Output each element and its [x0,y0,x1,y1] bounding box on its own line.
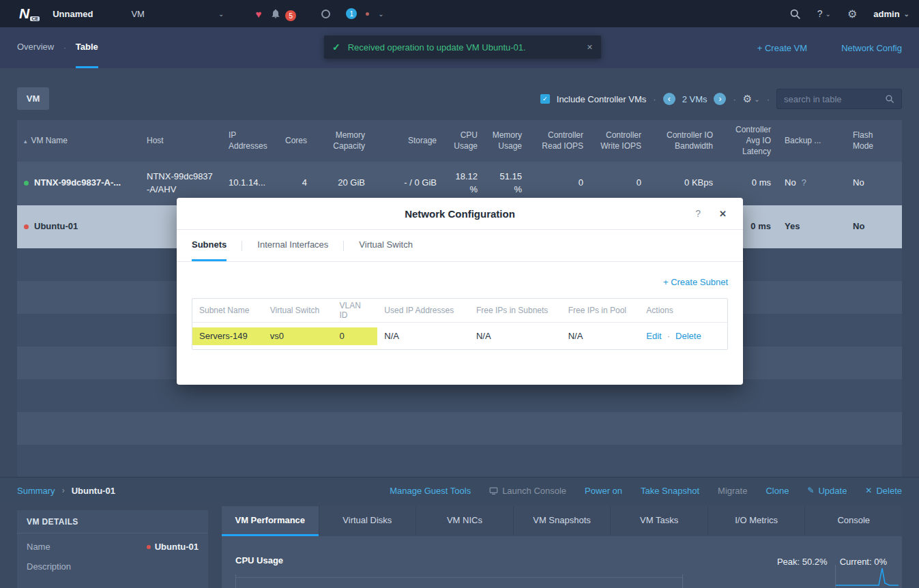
empty-table-row [17,412,902,445]
tab-virtual-disks[interactable]: Virtual Disks [319,506,416,536]
create-subnet-button[interactable]: + Create Subnet [663,277,728,287]
tab-table[interactable]: Table [76,27,98,68]
column-header-storage[interactable]: Storage [372,131,443,150]
clone-button[interactable]: Clone [765,486,789,496]
vm-name-cell[interactable]: NTNX-99dc9837-A-... [17,173,140,193]
search-icon[interactable] [789,8,801,20]
alert-count-badge[interactable]: 5 [285,10,296,21]
chevron-down-icon: ⌄ [754,95,759,103]
entity-menu-dropdown[interactable]: VM ⌄ [131,9,224,19]
column-header-cpu-usage[interactable]: CPU Usage [443,126,484,156]
table-settings-dropdown[interactable]: ⚙ ⌄ [743,93,760,105]
tab-divider [242,241,242,251]
cpu-peak-label: Peak: 50.2% [777,557,828,567]
alerts-bell-icon[interactable] [270,8,281,19]
vm-detail-tabs: VM Performance Virtual Disks VM NICs VM … [222,506,902,536]
nutanix-logo[interactable]: N CE [19,5,29,22]
table-controls: ✓ Include Controller VMs · ‹ 2 VMs › · ⚙… [540,89,902,109]
modal-tab-virtual-switch[interactable]: Virtual Switch [359,230,413,261]
modal-close-icon[interactable]: ✕ [719,209,727,219]
column-header-memory-usage[interactable]: Memory Usage [484,126,529,156]
separator-dot: · [733,94,735,104]
include-controller-vms-checkbox[interactable]: ✓ [540,94,550,104]
chevron-down-icon: ⌄ [218,10,224,18]
tab-vm-snapshots[interactable]: VM Snapshots [513,506,611,536]
storage-cell: - / 0 GiB [372,173,443,193]
manage-guest-tools-button[interactable]: Manage Guest Tools [390,486,471,496]
memory-usage-cell: 51.15 % [484,166,529,199]
column-header-host[interactable]: Host [140,131,222,150]
table-search-box [776,89,902,109]
search-icon[interactable] [885,94,894,104]
top-navigation-bar: N CE Unnamed VM ⌄ ♥ 5 1 ⌄ ? ⌄ ⚙ admin ⌄ [0,0,919,27]
chart-grid-line [682,574,683,588]
settings-gear-icon[interactable]: ⚙ [847,8,857,20]
vm-status-red-icon [147,545,151,549]
network-config-button[interactable]: Network Config [841,43,902,53]
tab-io-metrics[interactable]: I/O Metrics [708,506,805,536]
launch-console-button[interactable]: Launch Console [489,486,566,496]
breadcrumb-summary-link[interactable]: Summary [17,486,55,496]
help-menu[interactable]: ? ⌄ [817,8,831,19]
vm-summary-bar: Summary › Ubuntu-01 Manage Guest Tools L… [0,477,919,503]
take-snapshot-button[interactable]: Take Snapshot [641,486,699,496]
ce-edition-badge: CE [30,16,40,21]
subnet-col-used-ips: Used IP Addresses [377,306,469,315]
tab-vm-nics[interactable]: VM NICs [415,506,513,536]
modal-tab-internal-interfaces[interactable]: Internal Interfaces [257,230,328,261]
column-header-cores[interactable]: Cores [276,131,314,150]
separator-dot: · [767,94,770,104]
task-status-dot [366,12,369,16]
vm-view-chip[interactable]: VM [17,87,49,110]
column-header-io-bandwidth[interactable]: Controller IO Bandwidth [648,126,720,156]
table-search-input[interactable] [784,94,879,104]
next-page-button[interactable]: › [714,93,726,105]
column-header-ip[interactable]: IP Addresses [222,126,276,156]
network-configuration-modal: Network Configuration ? ✕ Subnets Intern… [177,198,743,385]
column-header-read-iops[interactable]: Controller Read IOPS [529,126,590,156]
edit-subnet-link[interactable]: Edit [646,331,661,341]
cpu-usage-cell: 18.12 % [443,166,484,199]
column-header-memory-capacity[interactable]: Memory Capacity [314,126,372,156]
column-header-avg-latency[interactable]: Controller Avg IO Latency [720,120,778,162]
column-header-flash-mode[interactable]: Flash Mode [846,126,902,156]
success-check-icon: ✓ [332,42,340,53]
separator-dot: · [667,331,670,341]
description-label: Description [27,561,71,572]
column-header-backup[interactable]: Backup ... [778,131,846,150]
modal-tab-subnets[interactable]: Subnets [192,230,227,261]
power-on-button[interactable]: Power on [585,486,622,496]
tab-vm-performance[interactable]: VM Performance [222,506,319,536]
modal-help-icon[interactable]: ? [695,208,701,219]
prev-page-button[interactable]: ‹ [663,93,675,105]
tab-overview[interactable]: Overview [17,27,54,68]
column-header-vm-name[interactable]: ▴VM Name [17,131,140,150]
backup-cell: Yes [778,216,846,237]
backup-help-icon[interactable]: ? [802,177,806,188]
health-heart-icon[interactable]: ♥ [255,8,261,20]
user-menu[interactable]: admin ⌄ [873,9,909,19]
delete-button[interactable]: ✕ Delete [865,486,902,496]
migrate-button[interactable]: Migrate [718,486,747,496]
delete-subnet-link[interactable]: Delete [675,331,701,341]
tab-vm-tasks[interactable]: VM Tasks [610,506,708,536]
user-name-label: admin [873,9,899,19]
toast-notification: ✓ Received operation to update VM Ubuntu… [324,35,601,59]
column-header-write-iops[interactable]: Controller Write IOPS [590,126,648,156]
tasks-chevron-down-icon[interactable]: ⌄ [378,10,383,18]
update-button[interactable]: ✎ Update [807,486,847,496]
task-count-badge[interactable]: 1 [346,8,357,19]
vm-name-cell[interactable]: Ubuntu-01 [17,216,140,237]
cluster-name[interactable]: Unnamed [53,9,93,19]
chart-grid-line [235,577,682,578]
host-cell: NTNX-99dc9837-A/AHV [140,166,222,199]
memory-capacity-cell: 20 GiB [314,173,372,193]
include-controller-vms-label: Include Controller VMs [557,94,647,104]
actions-cell: Edit·Delete [639,331,727,341]
toast-close-icon[interactable]: ✕ [587,43,593,52]
subnet-col-free-subnets: Free IPs in Subnets [469,306,561,315]
tab-console[interactable]: Console [804,506,902,536]
create-vm-button[interactable]: + Create VM [757,43,807,53]
virtual-switch-cell: vs0 [263,327,333,345]
recovery-ring-icon[interactable] [321,10,330,18]
